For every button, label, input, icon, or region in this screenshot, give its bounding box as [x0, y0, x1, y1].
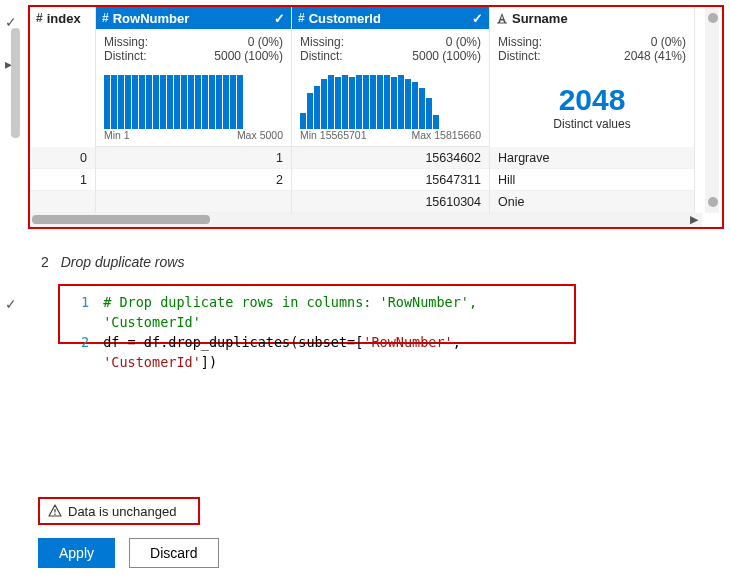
step-name: Drop duplicate rows	[61, 254, 185, 270]
table-cell[interactable]: 2	[96, 169, 291, 191]
distinct-count: 2048	[559, 85, 626, 115]
histogram-range: Min 1 Max 5000	[96, 129, 291, 147]
column-label: CustomerId	[309, 11, 381, 26]
column-header-surname[interactable]: Surname	[490, 7, 694, 29]
scroll-right-icon[interactable]: ▶	[690, 213, 698, 226]
column-rownumber: # RowNumber ✓ Missing:0 (0%) Distinct:50…	[96, 7, 292, 213]
code-line: 1 # Drop duplicate rows in columns: 'Row…	[68, 292, 566, 332]
column-surname: Surname Missing:0 (0%) Distinct:2048 (41…	[490, 7, 695, 213]
apply-button[interactable]: Apply	[38, 538, 115, 568]
code-comment: # Drop duplicate rows in columns: 'RowNu…	[103, 292, 566, 332]
column-stats: Missing:0 (0%) Distinct:5000 (100%)	[96, 29, 291, 69]
column-label: index	[47, 11, 81, 26]
table-cell[interactable]: 15647311	[292, 169, 489, 191]
table-cell[interactable]: Hill	[490, 169, 694, 191]
horizontal-scrollbar[interactable]: ▶	[30, 213, 702, 227]
discard-button[interactable]: Discard	[129, 538, 218, 568]
numeric-type-icon: #	[102, 11, 109, 25]
text-type-icon	[496, 12, 508, 24]
column-header-customerid[interactable]: # CustomerId ✓	[292, 7, 489, 29]
line-number: 2	[68, 332, 89, 372]
column-histogram	[96, 69, 291, 129]
status-text: Data is unchanged	[68, 504, 176, 519]
column-label: RowNumber	[113, 11, 190, 26]
scrollbar-thumb[interactable]	[32, 215, 210, 224]
table-cell[interactable]: Onie	[490, 191, 694, 213]
step-title: 2 Drop duplicate rows	[41, 254, 184, 270]
warning-icon	[48, 504, 62, 518]
data-preview-panel: # index 0 1 # RowNumber ✓ Missing:	[28, 5, 724, 229]
notebook-scrollbar[interactable]	[11, 28, 20, 138]
step-number: 2	[41, 254, 49, 270]
svg-point-2	[54, 513, 56, 515]
cell-run-indicator: ✓	[5, 296, 17, 312]
table-cell[interactable]: 15610304	[292, 191, 489, 213]
check-icon: ✓	[274, 11, 285, 26]
table-cell[interactable]	[96, 191, 291, 213]
distinct-summary: 2048 Distinct values	[490, 69, 694, 147]
line-number: 1	[68, 292, 89, 332]
scroll-up-icon[interactable]	[708, 13, 718, 23]
table-row[interactable]: 0	[30, 147, 95, 169]
table-cell[interactable]: Hargrave	[490, 147, 694, 169]
check-icon: ✓	[472, 11, 483, 26]
column-stats: Missing:0 (0%) Distinct:5000 (100%)	[292, 29, 489, 69]
table-cell[interactable]: 15634602	[292, 147, 489, 169]
table-row[interactable]: 1	[30, 169, 95, 191]
histogram-range: Min 15565701 Max 15815660	[292, 129, 489, 147]
numeric-type-icon: #	[298, 11, 305, 25]
scroll-down-icon[interactable]	[708, 197, 718, 207]
distinct-count-label: Distinct values	[553, 117, 630, 131]
column-stats: Missing:0 (0%) Distinct:2048 (41%)	[490, 29, 694, 69]
vertical-scrollbar[interactable]	[705, 7, 719, 213]
status-message: Data is unchanged	[38, 497, 200, 525]
column-header-index[interactable]: # index	[30, 7, 95, 29]
numeric-type-icon: #	[36, 11, 43, 25]
table-cell[interactable]: 1	[96, 147, 291, 169]
column-histogram	[292, 69, 489, 129]
action-buttons: Apply Discard	[38, 538, 219, 568]
code-line: 2 df = df.drop_duplicates(subset=['RowNu…	[68, 332, 566, 372]
column-label: Surname	[512, 11, 568, 26]
table-row[interactable]	[30, 191, 95, 213]
column-index: # index 0 1	[30, 7, 96, 213]
code-preview[interactable]: 1 # Drop duplicate rows in columns: 'Row…	[58, 284, 576, 344]
column-customerid: # CustomerId ✓ Missing:0 (0%) Distinct:5…	[292, 7, 490, 213]
column-header-rownumber[interactable]: # RowNumber ✓	[96, 7, 291, 29]
